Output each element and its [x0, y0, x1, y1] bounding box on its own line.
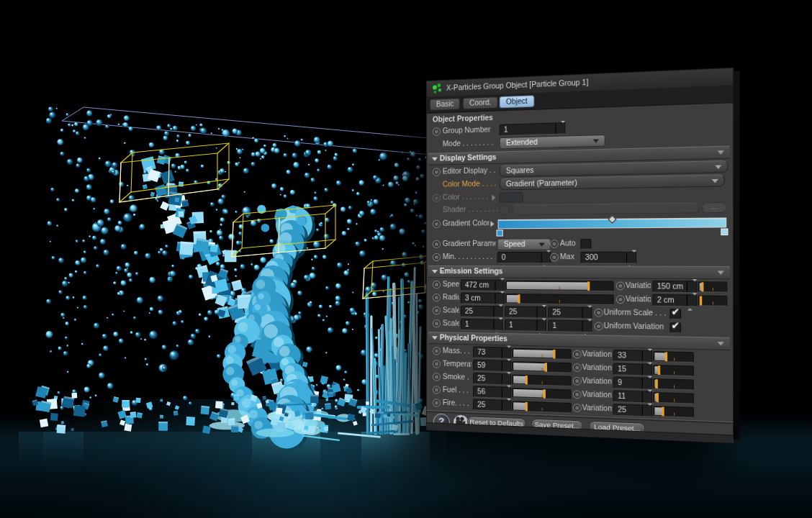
stepper-arrows[interactable]	[536, 307, 546, 318]
keyframe-knob-group-number[interactable]	[433, 127, 441, 135]
mass-slider[interactable]	[512, 348, 572, 360]
smoke-value-field[interactable]: 25	[473, 373, 511, 386]
keyframe-knob-radius[interactable]	[433, 294, 441, 301]
stepper-arrows[interactable]	[687, 295, 696, 306]
fuel-slider[interactable]	[653, 392, 694, 404]
stepper-arrows[interactable]	[642, 405, 651, 416]
slider-handle[interactable]	[700, 296, 702, 306]
fire-slider[interactable]	[653, 406, 694, 418]
keyframe-knob-smoke-2[interactable]	[573, 377, 582, 386]
temperature-slider[interactable]	[512, 361, 572, 373]
min-max-value-field[interactable]: 0	[497, 252, 551, 263]
keyframe-knob-scale-var-2[interactable]	[595, 322, 603, 331]
mass-value-field[interactable]: 33	[613, 350, 653, 363]
radius-slider[interactable]	[505, 294, 614, 305]
gradient-color-expand-arrow-icon[interactable]	[490, 221, 497, 227]
keyframe-knob-fire-2[interactable]	[573, 404, 582, 412]
gradient-right-knot[interactable]	[721, 228, 728, 235]
shader-browse-button[interactable]: ...	[702, 202, 726, 213]
section-menu-arrow-icon[interactable]	[718, 271, 724, 278]
slider-handle[interactable]	[554, 350, 556, 358]
shader-preview-circle[interactable]	[500, 205, 510, 215]
stepper-arrows[interactable]	[495, 281, 504, 291]
keyframe-knob-fire[interactable]	[433, 399, 441, 406]
speed-slider[interactable]	[505, 281, 614, 292]
stepper-arrows[interactable]	[493, 306, 502, 317]
stepper-arrows[interactable]	[493, 319, 502, 330]
keyframe-knob-mass[interactable]	[433, 347, 441, 355]
keyframe-knob-fuel-2[interactable]	[573, 390, 582, 399]
scale-var-value-field[interactable]: 1	[548, 320, 592, 333]
scale-var-value-field[interactable]: 1	[505, 319, 546, 332]
keyframe-knob-gradient-color[interactable]	[433, 220, 441, 228]
stepper-arrows[interactable]	[502, 401, 510, 412]
speed-value-field[interactable]: 472 cm	[461, 279, 505, 291]
gradient-editor[interactable]	[498, 217, 727, 229]
stepper-arrows[interactable]	[502, 374, 510, 385]
radius-value-field[interactable]: 2 cm	[652, 294, 697, 307]
fuel-value-field[interactable]: 11	[613, 390, 653, 404]
scale-value-field[interactable]: 25	[505, 306, 546, 318]
keyframe-knob-speed-2[interactable]	[616, 282, 625, 291]
stepper-arrows[interactable]	[582, 321, 592, 332]
slider-handle[interactable]	[662, 406, 664, 416]
color-expand-arrow-icon[interactable]	[492, 195, 498, 201]
gradient-parameter-checkbox[interactable]	[581, 239, 592, 250]
keyframe-knob-min-max[interactable]	[433, 253, 441, 261]
stepper-arrows[interactable]	[541, 253, 551, 263]
stepper-arrows[interactable]	[502, 387, 510, 398]
stepper-arrows[interactable]	[502, 361, 510, 372]
stepper-arrows[interactable]	[556, 123, 565, 134]
speed-slider[interactable]	[698, 281, 728, 292]
section-menu-arrow-icon[interactable]	[718, 342, 724, 349]
slider-handle[interactable]	[545, 363, 547, 371]
slider-handle[interactable]	[543, 389, 546, 398]
keyframe-knob-scale[interactable]	[433, 306, 441, 314]
slider-handle[interactable]	[702, 282, 704, 291]
keyframe-knob-color[interactable]	[433, 194, 441, 202]
tab-object[interactable]: Object	[500, 95, 534, 108]
slider-handle[interactable]	[657, 393, 659, 402]
keyframe-knob-scale-2[interactable]	[595, 309, 603, 317]
scale-value-field[interactable]: 25	[548, 306, 592, 319]
section-header-emission-settings[interactable]: Emission Settings	[428, 265, 730, 279]
keyframe-knob-editor-display[interactable]	[433, 168, 441, 176]
smoke-slider[interactable]	[512, 374, 572, 386]
group-number-value-field[interactable]: 1	[500, 122, 566, 136]
smoke-value-field[interactable]: 9	[613, 376, 653, 389]
keyframe-knob-gradient-parameter[interactable]	[433, 240, 441, 248]
scale-var-value-field[interactable]: 1	[461, 319, 503, 331]
speed-value-field[interactable]: 150 cm	[652, 281, 697, 293]
color-color-swatch[interactable]	[500, 192, 523, 203]
stepper-arrows[interactable]	[642, 378, 651, 389]
slider-handle[interactable]	[665, 352, 667, 361]
scale-value-field[interactable]: 25	[461, 306, 503, 318]
shader-texture-field[interactable]	[512, 202, 700, 214]
stepper-arrows[interactable]	[687, 281, 696, 292]
slider-handle[interactable]	[658, 365, 660, 375]
temperature-value-field[interactable]: 59	[473, 360, 511, 373]
stepper-arrows[interactable]	[502, 347, 510, 358]
slider-handle[interactable]	[525, 402, 528, 411]
gradient-parameter-dropdown[interactable]: Speed	[497, 238, 551, 250]
keyframe-knob-min-max-2[interactable]	[550, 253, 559, 261]
scale-checkbox[interactable]: ✔	[669, 309, 681, 319]
radius-slider[interactable]	[698, 295, 728, 306]
keyframe-knob-smoke[interactable]	[433, 373, 441, 381]
stepper-arrows[interactable]	[642, 351, 651, 362]
slider-handle[interactable]	[518, 294, 520, 303]
keyframe-knob-mass-2[interactable]	[573, 350, 582, 359]
tab-coord[interactable]: Coord.	[463, 96, 498, 109]
mass-slider[interactable]	[653, 351, 694, 363]
min-max-value-field[interactable]: 300	[581, 252, 637, 264]
stepper-arrows[interactable]	[642, 391, 651, 402]
keyframe-knob-radius-2[interactable]	[616, 295, 625, 304]
keyframe-knob-temperature[interactable]	[433, 360, 441, 368]
stepper-arrows[interactable]	[582, 308, 592, 319]
temperature-slider[interactable]	[653, 365, 694, 376]
keyframe-knob-gradient-parameter-2[interactable]	[550, 240, 559, 247]
fuel-value-field[interactable]: 56	[473, 386, 511, 399]
slider-handle[interactable]	[656, 379, 658, 388]
section-menu-arrow-icon[interactable]	[718, 150, 724, 158]
keyframe-knob-speed[interactable]	[433, 281, 441, 288]
